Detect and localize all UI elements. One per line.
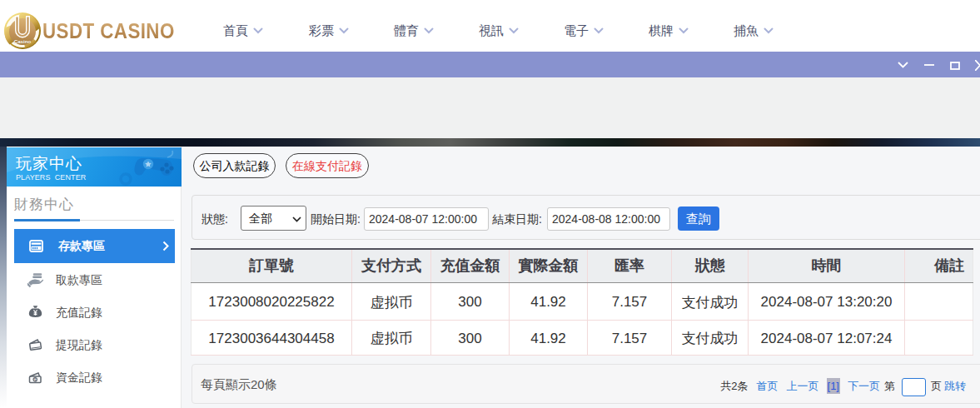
svg-text:Casino: Casino [14, 38, 32, 44]
